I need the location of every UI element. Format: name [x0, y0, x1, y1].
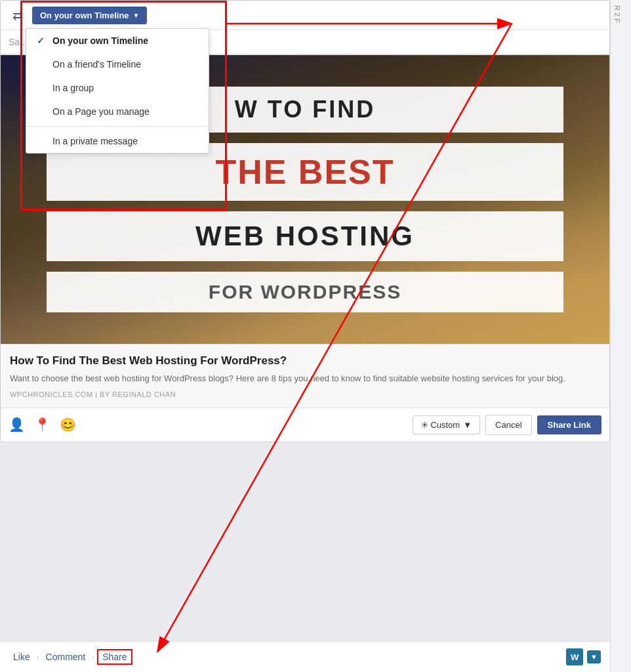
content-info: How To Find The Best Web Hosting For Wor… — [1, 344, 609, 408]
custom-label: ✳ Custom — [421, 420, 460, 430]
action-dot-2: · — [91, 652, 96, 662]
wordpress-dropdown-arrow[interactable]: ▼ — [587, 650, 601, 663]
dropdown-menu: ✓ On your own Timeline On a friend's Tim… — [26, 28, 209, 154]
content-source: WPCHRONICLES.COM | BY REGINALD CHAN — [10, 390, 600, 398]
dropdown-item-label: On a friend's Timeline — [52, 59, 141, 70]
action-dot-1: · — [35, 652, 41, 662]
image-text-bottom: WEB HOSTING — [195, 220, 415, 251]
cancel-button[interactable]: Cancel — [485, 415, 531, 435]
share-action[interactable]: Share — [97, 649, 132, 665]
like-action[interactable]: Like — [9, 649, 34, 665]
dropdown-item-own-timeline[interactable]: ✓ On your own Timeline — [26, 29, 209, 52]
image-text-banner-sub: FOR WORDPRESS — [47, 272, 564, 312]
share-dialog: ⇄ On your own Timeline ▼ ✓ On your own T… — [0, 0, 610, 442]
content-description: Want to choose the best web hosting for … — [10, 372, 600, 385]
emoji-icon[interactable]: 😊 — [60, 417, 76, 432]
dropdown-item-label: In a group — [52, 83, 94, 93]
share-footer: 👤 📍 😊 ✳ Custom ▼ Cancel Share Link — [1, 408, 609, 442]
wordpress-icon[interactable]: W — [566, 648, 583, 665]
comment-action[interactable]: Comment — [42, 649, 90, 665]
dropdown-divider — [26, 126, 209, 127]
right-sidebar: R 2 F — [610, 0, 631, 672]
location-icon[interactable]: 📍 — [34, 417, 51, 432]
action-bar-right: W ▼ — [566, 648, 601, 665]
footer-left: 👤 📍 😊 — [9, 417, 76, 432]
image-text-banner-bottom: WEB HOSTING — [47, 211, 564, 261]
content-source-url: WPCHRONICLES.COM — [10, 390, 93, 398]
dropdown-item-page-manage[interactable]: On a Page you manage — [26, 100, 209, 123]
share-header: ⇄ On your own Timeline ▼ ✓ On your own T… — [1, 1, 609, 30]
image-text-mid: THE BEST — [215, 153, 394, 191]
image-text-sub: FOR WORDPRESS — [209, 281, 401, 303]
content-source-sep: | — [95, 390, 97, 398]
content-author: BY REGINALD CHAN — [100, 390, 176, 398]
sidebar-text: R 2 F — [611, 0, 624, 28]
footer-right: ✳ Custom ▼ Cancel Share Link — [413, 415, 601, 435]
custom-arrow-icon: ▼ — [463, 420, 472, 430]
tag-people-icon[interactable]: 👤 — [9, 417, 25, 432]
content-title: How To Find The Best Web Hosting For Wor… — [10, 354, 600, 368]
dropdown-item-in-group[interactable]: In a group — [26, 76, 209, 100]
dropdown-item-friend-timeline[interactable]: On a friend's Timeline — [26, 52, 209, 76]
dropdown-label: On your own Timeline — [40, 10, 129, 20]
share-icon: ⇄ — [9, 6, 27, 24]
chevron-down-icon: ▼ — [133, 12, 140, 19]
action-bar-left: Like · Comment · Share — [9, 649, 132, 665]
dropdown-item-label: In a private message — [52, 136, 138, 146]
image-text-top: W TO FIND — [235, 96, 375, 123]
checkmark-icon: ✓ — [37, 35, 47, 46]
action-bar: Like · Comment · Share W ▼ — [0, 641, 610, 672]
dropdown-item-private-message[interactable]: In a private message — [26, 129, 209, 153]
custom-audience-button[interactable]: ✳ Custom ▼ — [413, 415, 480, 434]
share-link-button[interactable]: Share Link — [537, 415, 601, 434]
dropdown-item-label: On a Page you manage — [52, 106, 150, 117]
page-wrapper: ⇄ On your own Timeline ▼ ✓ On your own T… — [0, 0, 631, 672]
dropdown-item-label: On your own Timeline — [52, 35, 148, 46]
share-where-dropdown[interactable]: On your own Timeline ▼ — [32, 7, 147, 24]
